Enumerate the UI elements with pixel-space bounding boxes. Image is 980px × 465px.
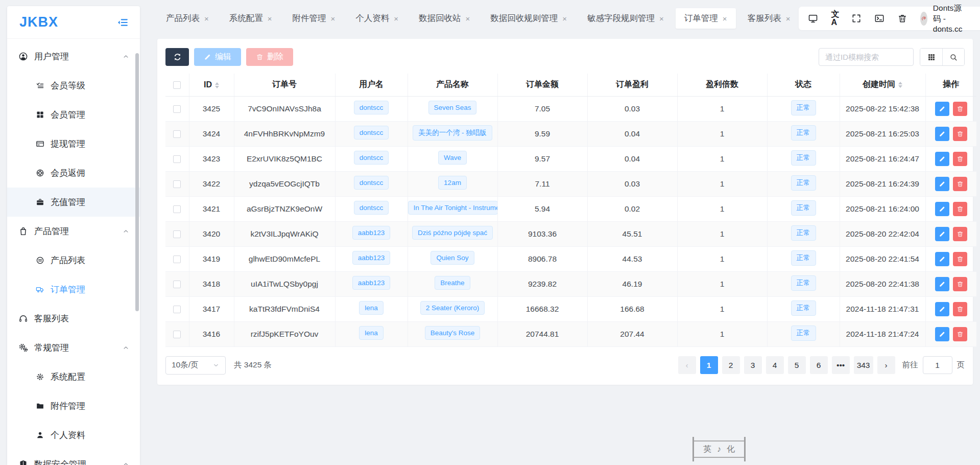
page-button-5[interactable]: 5: [788, 356, 806, 374]
sidebar-item-会员管理[interactable]: 会员管理: [7, 100, 140, 129]
goto-page-input[interactable]: [923, 356, 952, 374]
cell-badge-product[interactable]: 12am: [438, 176, 467, 190]
sort-asc-icon[interactable]: [215, 82, 219, 85]
column-search-button[interactable]: [942, 49, 964, 65]
cell-badge-product[interactable]: 美美的一个湾 - 独唱版: [413, 125, 492, 141]
terminal-icon[interactable]: [874, 13, 885, 24]
cell-badge-product[interactable]: Beauty's Rose: [425, 326, 481, 340]
sort-icon[interactable]: [898, 82, 902, 88]
tab-close-icon[interactable]: ×: [394, 15, 398, 22]
sidebar-item-提现管理[interactable]: 提现管理: [7, 129, 140, 158]
sidebar-item-系统配置[interactable]: 系统配置: [7, 362, 140, 391]
page-button-343[interactable]: 343: [854, 356, 873, 374]
row-checkbox[interactable]: [173, 105, 181, 113]
sidebar-group-常规管理[interactable]: 常规管理: [7, 333, 140, 362]
row-delete-button[interactable]: [953, 177, 967, 191]
edit-button[interactable]: 编辑: [194, 48, 241, 66]
cell-badge-status[interactable]: 正常: [791, 250, 816, 266]
cell-badge-product[interactable]: Wave: [438, 151, 467, 165]
row-delete-button[interactable]: [953, 152, 967, 166]
row-edit-button[interactable]: [935, 277, 949, 291]
cell-badge-username[interactable]: dontscc: [354, 101, 389, 114]
cell-badge-status[interactable]: 正常: [791, 100, 816, 115]
row-edit-button[interactable]: [935, 252, 949, 266]
sidebar-collapse-icon[interactable]: [116, 16, 129, 29]
sort-icon[interactable]: [215, 82, 219, 88]
tab-close-icon[interactable]: ×: [562, 15, 567, 22]
row-edit-button[interactable]: [935, 127, 949, 141]
cell-badge-username[interactable]: aabb123: [352, 251, 391, 265]
cell-badge-product[interactable]: Quien Soy: [431, 251, 474, 265]
monitor-icon[interactable]: [808, 13, 818, 24]
tab-敏感字段规则管理[interactable]: 敏感字段规则管理×: [579, 8, 673, 29]
page-button-4[interactable]: 4: [766, 356, 784, 374]
row-delete-button[interactable]: [953, 277, 967, 291]
tab-close-icon[interactable]: ×: [466, 15, 470, 22]
row-delete-button[interactable]: [953, 227, 967, 241]
sidebar-item-充值管理[interactable]: 充值管理: [7, 188, 140, 217]
page-ellipsis[interactable]: •••: [832, 356, 850, 374]
sidebar-item-客服列表[interactable]: 客服列表: [7, 304, 140, 333]
sidebar-item-个人资料[interactable]: 个人资料: [7, 421, 140, 450]
search-input[interactable]: [819, 48, 914, 66]
user-name[interactable]: Donts源码 - donts.cc: [933, 3, 969, 34]
tab-个人资料[interactable]: 个人资料×: [347, 8, 407, 29]
row-edit-button[interactable]: [935, 102, 949, 116]
sidebar-item-产品列表[interactable]: 产品列表: [7, 246, 140, 275]
cell-badge-product[interactable]: In The Air Tonight - Instrume: [408, 201, 498, 215]
sort-desc-icon[interactable]: [898, 85, 902, 88]
cell-badge-username[interactable]: dontscc: [354, 201, 389, 215]
tab-close-icon[interactable]: ×: [723, 15, 727, 22]
cell-badge-status[interactable]: 正常: [791, 225, 816, 241]
cell-badge-status[interactable]: 正常: [791, 300, 816, 316]
page-button-3[interactable]: 3: [744, 356, 762, 374]
cell-badge-username[interactable]: lena: [359, 301, 384, 315]
refresh-button[interactable]: [165, 48, 189, 66]
row-delete-button[interactable]: [953, 252, 967, 266]
tab-产品列表[interactable]: 产品列表×: [157, 8, 218, 29]
cell-badge-status[interactable]: 正常: [791, 175, 816, 191]
row-checkbox[interactable]: [173, 331, 181, 338]
prev-page-button[interactable]: ‹: [678, 356, 696, 374]
sidebar-item-会员等级[interactable]: 会员等级: [7, 71, 140, 100]
tab-数据回收规则管理[interactable]: 数据回收规则管理×: [482, 8, 576, 29]
tab-close-icon[interactable]: ×: [204, 15, 209, 22]
sidebar-group-数据安全管理[interactable]: 数据安全管理: [7, 450, 140, 465]
tab-close-icon[interactable]: ×: [268, 15, 272, 22]
sidebar-item-会员返佣[interactable]: 会员返佣: [7, 158, 140, 188]
row-edit-button[interactable]: [935, 202, 949, 216]
cell-badge-username[interactable]: aabb123: [352, 276, 391, 290]
row-checkbox[interactable]: [173, 130, 181, 138]
fullscreen-icon[interactable]: [851, 13, 862, 24]
row-edit-button[interactable]: [935, 152, 949, 166]
row-edit-button[interactable]: [935, 302, 949, 316]
sort-desc-icon[interactable]: [215, 86, 219, 88]
page-button-1[interactable]: 1: [700, 356, 718, 374]
tab-close-icon[interactable]: ×: [786, 15, 791, 22]
sort-asc-icon[interactable]: [898, 82, 902, 84]
delete-button[interactable]: 删除: [246, 48, 293, 66]
cell-badge-username[interactable]: dontscc: [354, 176, 389, 190]
row-checkbox[interactable]: [173, 155, 181, 163]
row-edit-button[interactable]: [935, 327, 949, 341]
sidebar-group-用户管理[interactable]: 用户管理: [7, 42, 140, 71]
cell-badge-product[interactable]: Dziś późno pójdę spać: [412, 226, 493, 240]
cell-badge-status[interactable]: 正常: [791, 275, 816, 291]
cell-badge-username[interactable]: aabb123: [352, 226, 391, 240]
row-delete-button[interactable]: [953, 202, 967, 216]
sidebar-scrollbar[interactable]: [135, 53, 139, 311]
avatar[interactable]: [920, 12, 927, 26]
page-button-2[interactable]: 2: [722, 356, 740, 374]
row-checkbox[interactable]: [173, 281, 181, 288]
tab-客服列表[interactable]: 客服列表×: [739, 8, 799, 29]
cell-badge-username[interactable]: dontscc: [354, 126, 389, 140]
sidebar-item-附件管理[interactable]: 附件管理: [7, 391, 140, 421]
cell-badge-status[interactable]: 正常: [791, 125, 816, 141]
tab-附件管理[interactable]: 附件管理×: [284, 8, 344, 29]
row-delete-button[interactable]: [953, 302, 967, 316]
cell-badge-product[interactable]: Seven Seas: [428, 101, 477, 114]
cell-badge-status[interactable]: 正常: [791, 326, 816, 341]
tab-close-icon[interactable]: ×: [331, 15, 336, 22]
translate-icon[interactable]: 文A: [831, 10, 839, 27]
tab-close-icon[interactable]: ×: [659, 15, 664, 22]
